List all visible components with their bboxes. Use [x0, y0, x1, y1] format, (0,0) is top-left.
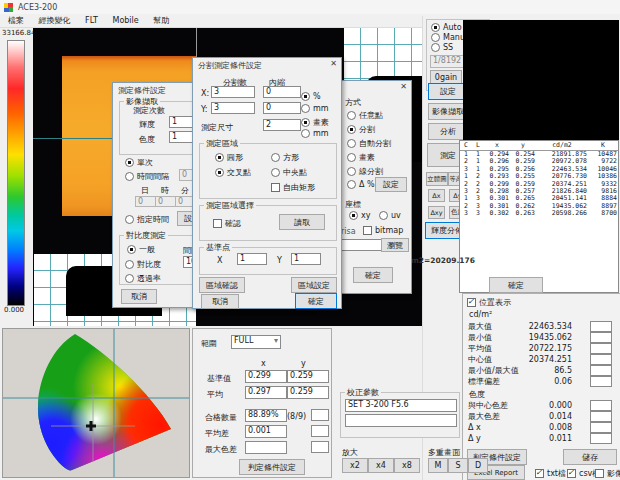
interval-radio[interactable]: 時間間隔: [125, 171, 169, 182]
y-inset-field[interactable]: 0: [263, 102, 301, 114]
dxy-button[interactable]: Δxy: [428, 206, 445, 219]
table-row: 310.2950.25622463.53410046: [460, 166, 618, 173]
browse-button[interactable]: 瀏覽: [381, 238, 409, 252]
transmit-radio[interactable]: 透過率: [125, 273, 161, 284]
region-confirm-button[interactable]: 區域確認: [199, 277, 245, 293]
zoom-label: 放大: [342, 447, 358, 458]
method-ok-button[interactable]: 確定: [353, 267, 393, 283]
zoom-x2-button[interactable]: x2: [342, 458, 368, 473]
menu-mobile[interactable]: Mobile: [106, 15, 144, 26]
menu-flt[interactable]: FLT: [79, 15, 104, 26]
general-radio[interactable]: 一般: [127, 244, 155, 255]
circle-radio[interactable]: 圓形: [215, 152, 243, 163]
x-inset-field[interactable]: 0: [263, 86, 301, 98]
method-pixel-radio[interactable]: 畫素: [347, 152, 375, 163]
stat-row: 標準偏差0.06: [468, 376, 616, 386]
title-bar: ACE3-200: [0, 0, 620, 15]
x-div-field[interactable]: 3: [211, 86, 255, 98]
multi-d-button[interactable]: D: [468, 458, 488, 473]
y-div-field[interactable]: 3: [211, 102, 255, 114]
close-icon[interactable]: ✕: [326, 58, 341, 70]
base-x-field[interactable]: 1: [237, 253, 267, 265]
path-field[interactable]: [341, 239, 383, 251]
confirm-checkbox[interactable]: 確認: [213, 218, 241, 229]
square-radio[interactable]: 方形: [271, 152, 299, 163]
image-file-checkbox[interactable]: 影像檔: [595, 468, 620, 479]
hour-field[interactable]: 0: [155, 196, 177, 207]
method-split-radio[interactable]: 分割: [347, 124, 375, 135]
ref-x-field[interactable]: 0.299: [245, 370, 287, 383]
close-icon[interactable]: ✕: [396, 81, 411, 93]
cancel-button[interactable]: 取消: [121, 289, 157, 304]
free-rect-checkbox[interactable]: 自由矩形: [271, 182, 315, 193]
base-x-label: X: [217, 256, 222, 265]
size-pixel-radio[interactable]: 畫素: [301, 117, 329, 128]
single-radio[interactable]: 單次: [125, 157, 153, 168]
general-label: 一般: [139, 244, 155, 255]
cross-radio[interactable]: 交叉點: [215, 167, 251, 178]
colorbar-min-label: 0.000: [4, 306, 24, 314]
table-row: 110.2940.25421891.87510487: [460, 151, 618, 159]
calibration-group: 校正參數 SET 3-200 F5.6: [340, 392, 460, 438]
x-row-label: X:: [201, 89, 209, 98]
method-line-radio[interactable]: 線分割: [347, 166, 383, 177]
transmit-label: 透過率: [137, 273, 161, 284]
region-set-button[interactable]: 區域設定: [291, 277, 337, 293]
menu-transform[interactable]: 經換變化: [33, 14, 77, 27]
center-label: 中央點: [283, 167, 307, 178]
read-button[interactable]: 讀取: [279, 214, 325, 230]
range-dropdown[interactable]: FULL▾: [231, 335, 281, 349]
judge-box: [311, 441, 329, 453]
spec-time-radio[interactable]: 指定時間: [125, 214, 169, 225]
stats-panel: 位置表示 cd/m² 最大值22463.534 最小值19435.062 平均值…: [462, 293, 620, 480]
multi-m-button[interactable]: M: [428, 458, 448, 473]
save-button[interactable]: 儲存: [563, 449, 617, 465]
set-button[interactable]: 設定: [428, 83, 468, 100]
method-auto-radio[interactable]: 自動分割: [347, 138, 391, 149]
dx-button[interactable]: Δx: [428, 189, 445, 202]
coord-xy-radio[interactable]: xy: [349, 211, 370, 220]
size-mm-radio[interactable]: mm: [301, 129, 329, 138]
txt-checkbox[interactable]: txt檔: [535, 468, 566, 479]
ok-button[interactable]: 確定: [295, 293, 337, 309]
zoom-x8-button[interactable]: x8: [394, 458, 420, 473]
cie-diagram-panel[interactable]: [2, 328, 190, 478]
stereo-button[interactable]: 立體圖: [426, 172, 448, 186]
analyze-button[interactable]: 分析: [428, 123, 468, 140]
avg-x-field[interactable]: 0.297: [245, 386, 287, 399]
dialog-title: 分割測定條件設定: [198, 60, 262, 71]
avg-y-field[interactable]: 0.259: [287, 386, 329, 399]
free-rect-label: 自由矩形: [283, 182, 315, 193]
multi-s-button[interactable]: S: [448, 458, 468, 473]
contrast-radio[interactable]: 對比度: [125, 259, 161, 270]
method-set-button[interactable]: 設定: [375, 177, 407, 192]
bitmap-checkbox[interactable]: bitmap: [363, 226, 403, 235]
ss-radio[interactable]: SS: [431, 43, 453, 52]
table-row: 230.3010.26219435.0628897: [460, 203, 618, 210]
confirm-button[interactable]: 確定: [489, 277, 543, 293]
judge-condition-button[interactable]: 判定條件設定: [239, 459, 305, 475]
center-radio[interactable]: 中央點: [271, 167, 307, 178]
position-display-checkbox[interactable]: 位置表示: [467, 297, 511, 308]
auto-radio[interactable]: Auto: [431, 23, 462, 32]
method-delta-radio[interactable]: Δ %: [347, 180, 375, 189]
results-table-panel[interactable]: CL xy cd/m2K 110.2940.25421891.87510487 …: [459, 140, 619, 293]
size-field[interactable]: 2: [263, 119, 301, 131]
zoom-x4-button[interactable]: x4: [368, 458, 394, 473]
inset-pct-radio[interactable]: %: [301, 92, 321, 101]
menu-file[interactable]: 檔案: [2, 14, 30, 27]
base-y-field[interactable]: 1: [291, 253, 321, 265]
day-field[interactable]: 0: [135, 196, 157, 207]
method-any-radio[interactable]: 任意點: [347, 110, 383, 121]
y-col-header: y: [301, 359, 306, 368]
inset-mm-radio[interactable]: mm: [301, 104, 329, 113]
table-row: 210.2960.25920972.0789722: [460, 158, 618, 165]
menu-help[interactable]: 幫助: [147, 14, 175, 27]
judge-box: [311, 409, 329, 421]
coord-uv-radio[interactable]: uv: [379, 211, 401, 220]
capture-button[interactable]: 影像擷取: [428, 103, 468, 120]
preview-area[interactable]: [463, 20, 619, 140]
cancel-button[interactable]: 取消: [201, 294, 239, 309]
avg-luminance-text: m2=20209.176: [411, 256, 475, 265]
ref-y-field[interactable]: 0.259: [287, 370, 329, 383]
